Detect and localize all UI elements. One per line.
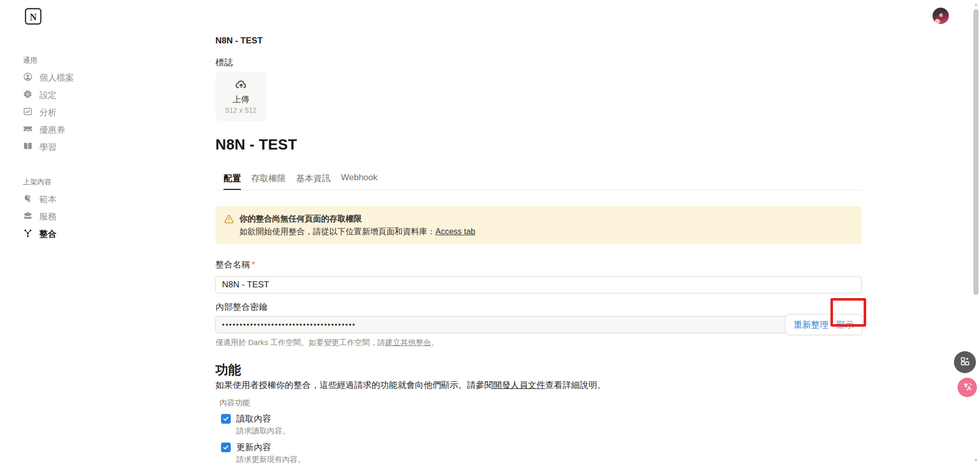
workspace-helper-text: 僅適用於 Darks 工作空間。如要變更工作空間，請建立其他整合。 [215,338,862,347]
sidebar-item-label: 服務 [39,211,57,223]
translate-fab-button[interactable] [958,378,977,397]
capabilities-title: 功能 [215,361,862,378]
sidebar-item-learn[interactable]: 學習 [23,142,166,153]
notion-logo-icon[interactable]: N [24,7,42,26]
sidebar-item-coupons[interactable]: 優惠券 [23,125,166,135]
masked-secret-value: •••••••••••••••••••••••••••••••••••••• [222,321,356,328]
analytics-icon [23,107,33,119]
create-another-integration-link[interactable]: 建立其他整合 [385,338,431,347]
warning-title: 你的整合尚無任何頁面的存取權限 [239,213,475,224]
capability-row-read: 讀取內容 請求讀取內容。 [221,413,862,435]
upload-cloud-icon [235,79,248,93]
developer-docs-link[interactable]: 開發人員文件 [493,380,545,390]
svg-text:N: N [30,12,37,22]
integration-settings-main: N8N - TEST 標誌 上傳 512 x 512 N8N - TEST 配置… [215,36,862,465]
capabilities-checkbox-list: 讀取內容 請求讀取內容。 更新內容 請求更新現有內容。 插入內容 [221,413,862,465]
tab-webhook[interactable]: Webhook [341,173,378,190]
services-icon [23,211,33,223]
content-capabilities-label: 內容功能 [219,398,862,407]
capability-text: 更新內容 請求更新現有內容。 [236,442,305,463]
integration-secret-input[interactable]: •••••••••••••••••••••••••••••••••••••• [215,316,862,333]
capability-label: 更新內容 [236,442,305,453]
sidebar-item-label: 學習 [39,141,57,153]
secret-field-row: •••••••••••••••••••••••••••••••••••••• 重… [215,316,862,333]
warning-triangle-icon [224,214,234,237]
extensions-fab-button[interactable] [954,351,976,373]
refresh-secret-button[interactable]: 重新整理 [794,319,828,331]
access-tab-link[interactable]: Access tab [435,227,475,236]
sidebar-item-label: 設定 [39,89,57,101]
warning-body-text: 如欲開始使用整合，請從以下位置新增頁面和資料庫： [239,227,435,236]
integration-secret-label: 內部整合密鑰 [215,302,862,312]
scrollbar-thumb[interactable] [973,9,978,295]
extensions-grid-icon [960,356,970,369]
sidebar-section-marketplace: 上架內容 [23,178,166,188]
warning-body: 如欲開始使用整合，請從以下位置新增頁面和資料庫：Access tab [239,226,475,237]
notion-settings-app: N ▲ ▼ 通用 個人檔案 [0,0,980,465]
tab-access[interactable]: 存取權限 [251,173,286,190]
capability-description: 請求讀取內容。 [236,426,290,435]
secret-actions-group: 重新整理 顯示 [785,314,863,335]
logo-upload-dropzone[interactable]: 上傳 512 x 512 [215,71,266,121]
settings-sidebar: 通用 個人檔案 設定 [23,56,166,246]
show-secret-button[interactable]: 顯示 [837,319,854,331]
integration-name-input[interactable] [215,276,862,293]
helper-prefix: 僅適用於 Darks 工作空間。如要變更工作空間，請 [215,338,385,347]
page-title: N8N - TEST [215,135,862,154]
sidebar-item-profile[interactable]: 個人檔案 [23,72,166,83]
capability-text: 讀取內容 請求讀取內容。 [236,413,290,435]
sidebar-item-label: 優惠券 [39,124,65,136]
capability-row-update: 更新內容 請求更新現有內容。 [221,442,862,463]
sidebar-item-label: 分析 [39,107,57,118]
sidebar-item-integrations[interactable]: 整合 [23,229,166,239]
profile-icon [23,72,33,84]
integration-name-label-text: 整合名稱 [215,260,250,270]
sidebar-item-settings[interactable]: 設定 [23,90,166,101]
tab-configuration[interactable]: 配置 [224,173,241,190]
capability-label: 讀取內容 [236,413,290,424]
sidebar-item-analytics[interactable]: 分析 [23,107,166,118]
sidebar-item-services[interactable]: 服務 [23,211,166,222]
no-access-warning-banner: 你的整合尚無任何頁面的存取權限 如欲開始使用整合，請從以下位置新增頁面和資料庫：… [215,206,862,244]
scroll-down-icon[interactable]: ▼ [972,457,980,464]
settings-tabs: 配置 存取權限 基本資訊 Webhook [215,173,862,190]
translate-icon [962,381,973,394]
sidebar-item-label: 個人檔案 [39,72,74,84]
cap-desc-prefix: 如果使用者授權你的整合，這些經過請求的功能就會向他們顯示。請參閱 [215,380,493,390]
update-content-checkbox[interactable] [221,443,231,452]
sidebar-section-general: 通用 [23,56,166,66]
page-scrollbar[interactable]: ▲ ▼ [972,0,980,465]
capability-description: 請求更新現有內容。 [236,455,305,463]
upload-size-hint: 512 x 512 [225,106,257,114]
warning-text-block: 你的整合尚無任何頁面的存取權限 如欲開始使用整合，請從以下位置新增頁面和資料庫：… [239,213,475,237]
scroll-up-icon[interactable]: ▲ [972,1,980,8]
sidebar-item-label: 整合 [39,228,57,240]
sidebar-item-templates[interactable]: 範本 [23,194,166,205]
cap-desc-suffix: 查看詳細說明。 [545,380,606,390]
required-asterisk: * [252,260,255,270]
integration-name-label: 整合名稱* [215,260,862,270]
integration-name-heading: N8N - TEST [215,36,862,46]
read-content-checkbox[interactable] [221,414,231,424]
tab-basic-info[interactable]: 基本資訊 [296,173,331,190]
user-avatar[interactable] [933,8,949,24]
gear-icon [23,89,33,102]
logo-field-label: 標誌 [215,58,862,68]
integrations-icon [23,228,33,240]
sidebar-item-label: 範本 [39,193,57,205]
templates-icon [23,193,33,206]
capabilities-description: 如果使用者授權你的整合，這些經過請求的功能就會向他們顯示。請參閱開發人員文件查看… [215,380,862,390]
upload-label: 上傳 [233,94,249,105]
book-icon [23,141,33,154]
helper-suffix: 。 [431,338,439,347]
coupon-icon [23,124,33,136]
